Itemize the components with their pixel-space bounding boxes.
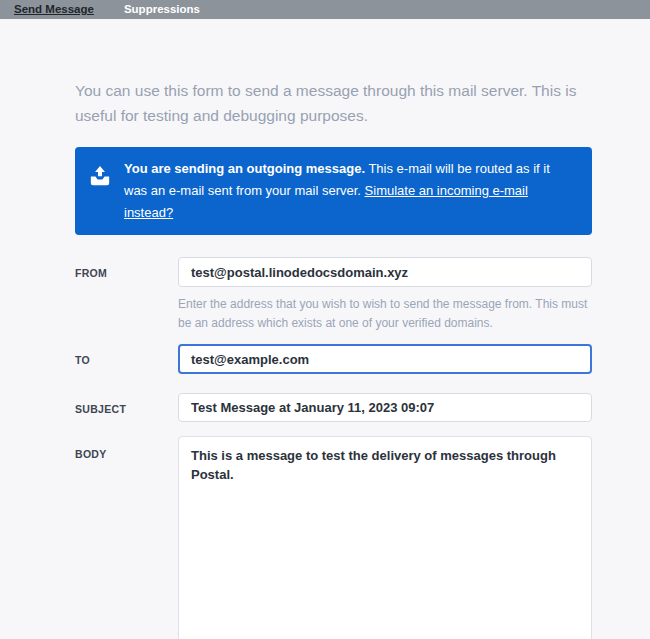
- alert-bold-text: You are sending an outgoing message.: [124, 161, 365, 176]
- form-row-subject: SUBJECT: [75, 393, 592, 422]
- from-input[interactable]: [178, 257, 592, 287]
- send-message-form: FROM Enter the address that you wish to …: [75, 257, 592, 639]
- from-help-text: Enter the address that you wish to wish …: [178, 295, 588, 333]
- to-input[interactable]: [178, 344, 592, 374]
- subject-input[interactable]: [178, 393, 592, 422]
- from-label: FROM: [75, 257, 178, 279]
- form-row-body: BODY This is a message to test the deliv…: [75, 436, 592, 639]
- to-label: TO: [75, 344, 178, 366]
- alert-message: You are sending an outgoing message. Thi…: [124, 158, 576, 224]
- tab-bar: Send Message Suppressions: [0, 0, 650, 19]
- form-row-to: TO: [75, 344, 592, 374]
- outgoing-message-alert: You are sending an outgoing message. Thi…: [75, 147, 592, 235]
- subject-label: SUBJECT: [75, 393, 178, 415]
- send-message-page: You can use this form to send a message …: [0, 19, 650, 639]
- intro-text: You can use this form to send a message …: [75, 78, 587, 128]
- body-textarea[interactable]: This is a message to test the delivery o…: [178, 436, 592, 639]
- tab-send-message[interactable]: Send Message: [14, 0, 94, 19]
- form-row-from: FROM Enter the address that you wish to …: [75, 257, 592, 333]
- body-label: BODY: [75, 436, 178, 460]
- outbox-icon: [89, 165, 111, 187]
- tab-suppressions[interactable]: Suppressions: [124, 0, 200, 19]
